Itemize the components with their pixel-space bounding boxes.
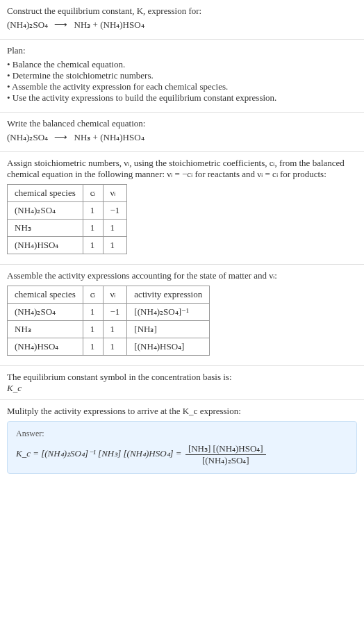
activity-intro: Assemble the activity expressions accoun… xyxy=(7,270,357,281)
intro-text: Construct the equilibrium constant, K, e… xyxy=(7,6,357,17)
cell-species: (NH₄)HSO₄ xyxy=(8,237,83,254)
table-row: NH₃ 1 1 [NH₃] xyxy=(8,321,210,338)
stoich-table: chemical species cᵢ νᵢ (NH₄)₂SO₄ 1 −1 NH… xyxy=(7,184,127,254)
cell-vi: −1 xyxy=(103,304,127,321)
cell-ci: 1 xyxy=(83,304,103,321)
activity-section: Assemble the activity expressions accoun… xyxy=(0,265,364,366)
cell-species: (NH₄)₂SO₄ xyxy=(8,202,83,220)
intro-reaction-right: NH₃ + (NH₄)HSO₄ xyxy=(74,19,144,30)
table-row: NH₃ 1 1 xyxy=(8,220,127,237)
plan-item: Determine the stoichiometric numbers. xyxy=(7,70,357,81)
cell-vi: 1 xyxy=(103,321,127,338)
stoich-section: Assign stoichiometric numbers, νᵢ, using… xyxy=(0,152,364,265)
answer-fraction: [NH₃] [(NH₄)HSO₄] [(NH₄)₂SO₄] xyxy=(185,443,266,466)
cell-expr: [(NH₄)HSO₄] xyxy=(127,338,210,356)
table-row: (NH₄)₂SO₄ 1 −1 xyxy=(8,202,127,220)
symbol-section: The equilibrium constant symbol in the c… xyxy=(0,366,364,400)
plan-section: Plan: Balance the chemical equation. Det… xyxy=(0,40,364,113)
plan-item: Assemble the activity expression for eac… xyxy=(7,81,357,92)
stoich-intro: Assign stoichiometric numbers, νᵢ, using… xyxy=(7,158,357,180)
answer-box: Answer: K_c = [(NH₄)₂SO₄]⁻¹ [NH₃] [(NH₄)… xyxy=(7,421,357,474)
plan-list: Balance the chemical equation. Determine… xyxy=(7,59,357,104)
table-row: (NH₄)₂SO₄ 1 −1 [(NH₄)₂SO₄]⁻¹ xyxy=(8,304,210,321)
cell-ci: 1 xyxy=(83,202,103,220)
plan-title: Plan: xyxy=(7,45,357,56)
cell-expr: [NH₃] xyxy=(127,321,210,338)
cell-vi: 1 xyxy=(103,338,127,356)
symbol-line1: The equilibrium constant symbol in the c… xyxy=(7,372,357,383)
plan-item: Balance the chemical equation. xyxy=(7,59,357,70)
col-ci: cᵢ xyxy=(83,185,103,202)
intro-reaction: (NH₄)₂SO₄ ⟶ NH₃ + (NH₄)HSO₄ xyxy=(7,19,357,31)
cell-expr: [(NH₄)₂SO₄]⁻¹ xyxy=(127,304,210,321)
cell-vi: −1 xyxy=(103,202,127,220)
intro-reaction-arrow: ⟶ xyxy=(50,19,72,30)
answer-expression: K_c = [(NH₄)₂SO₄]⁻¹ [NH₃] [(NH₄)HSO₄] = … xyxy=(16,443,348,466)
plan-item: Use the activity expressions to build th… xyxy=(7,92,357,104)
col-ci: cᵢ xyxy=(83,286,103,304)
table-header-row: chemical species cᵢ νᵢ activity expressi… xyxy=(8,286,210,304)
balanced-arrow: ⟶ xyxy=(50,132,72,142)
answer-frac-num: [NH₃] [(NH₄)HSO₄] xyxy=(185,443,266,454)
cell-species: NH₃ xyxy=(8,220,83,237)
multiply-section: Mulitply the activity expressions to arr… xyxy=(0,400,364,486)
cell-species: NH₃ xyxy=(8,321,83,338)
balanced-section: Write the balanced chemical equation: (N… xyxy=(0,113,364,152)
balanced-reaction: (NH₄)₂SO₄ ⟶ NH₃ + (NH₄)HSO₄ xyxy=(7,132,357,143)
intro-reaction-left: (NH₄)₂SO₄ xyxy=(7,19,48,30)
symbol-kc: K_c xyxy=(7,383,357,394)
table-header-row: chemical species cᵢ νᵢ xyxy=(8,185,127,202)
cell-ci: 1 xyxy=(83,321,103,338)
cell-species: (NH₄)HSO₄ xyxy=(8,338,83,356)
cell-ci: 1 xyxy=(83,338,103,356)
intro-section: Construct the equilibrium constant, K, e… xyxy=(0,0,364,40)
activity-table: chemical species cᵢ νᵢ activity expressi… xyxy=(7,286,210,356)
answer-frac-den: [(NH₄)₂SO₄] xyxy=(185,454,266,466)
cell-species: (NH₄)₂SO₄ xyxy=(8,304,83,321)
answer-label: Answer: xyxy=(16,429,348,439)
answer-lhs: K_c = [(NH₄)₂SO₄]⁻¹ [NH₃] [(NH₄)HSO₄] = xyxy=(16,448,182,459)
cell-ci: 1 xyxy=(83,220,103,237)
multiply-text: Mulitply the activity expressions to arr… xyxy=(7,406,357,417)
col-expr: activity expression xyxy=(127,286,210,304)
col-species: chemical species xyxy=(8,286,83,304)
cell-vi: 1 xyxy=(103,220,127,237)
table-row: (NH₄)HSO₄ 1 1 [(NH₄)HSO₄] xyxy=(8,338,210,356)
col-species: chemical species xyxy=(8,185,83,202)
balanced-left: (NH₄)₂SO₄ xyxy=(7,132,48,142)
intro-line1: Construct the equilibrium constant, K, e… xyxy=(7,6,201,16)
col-vi: νᵢ xyxy=(103,286,127,304)
table-row: (NH₄)HSO₄ 1 1 xyxy=(8,237,127,254)
balanced-right: NH₃ + (NH₄)HSO₄ xyxy=(74,132,144,142)
cell-ci: 1 xyxy=(83,237,103,254)
balanced-title: Write the balanced chemical equation: xyxy=(7,118,357,129)
cell-vi: 1 xyxy=(103,237,127,254)
col-vi: νᵢ xyxy=(103,185,127,202)
